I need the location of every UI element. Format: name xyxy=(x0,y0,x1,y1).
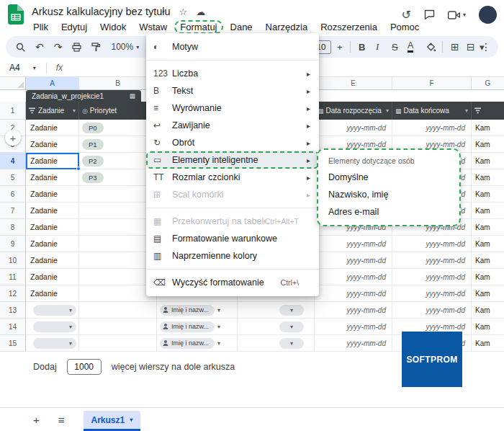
cell-owner[interactable]: Imię i nazw... ▾ xyxy=(157,319,238,335)
cell-extra[interactable]: Kam xyxy=(472,203,504,219)
document-title[interactable]: Arkusz kalkulacyjny bez tytułu xyxy=(32,6,171,17)
submenu-item[interactable]: Nazwisko, imię xyxy=(318,186,459,203)
format-menu-item[interactable]: ↻ Obrót ▸ xyxy=(146,134,319,151)
cell-extra[interactable]: Kam xyxy=(472,319,504,335)
row-header[interactable]: 1 xyxy=(0,102,26,120)
row-header[interactable]: 6 xyxy=(0,186,26,203)
toolbar-overflow-button[interactable]: ⋮ xyxy=(481,36,491,58)
cell-extra[interactable]: Kam xyxy=(472,153,504,169)
row-header[interactable]: 12 xyxy=(0,285,26,302)
priority-chip[interactable]: P2 xyxy=(82,156,104,166)
column-header-g[interactable]: G xyxy=(472,77,504,89)
redo-icon[interactable]: ↷ xyxy=(54,42,63,52)
cell-extra[interactable]: Kam xyxy=(472,169,504,186)
text-color-button[interactable]: A xyxy=(408,41,413,53)
font-size-increase-button[interactable]: + xyxy=(337,36,343,58)
format-menu-item[interactable]: ⊞ Scal komórki ▸ xyxy=(146,186,319,203)
row-header[interactable]: 7 xyxy=(0,203,26,219)
cell-extra[interactable]: Kam xyxy=(472,186,504,203)
meet-icon[interactable]: ▾ xyxy=(448,11,466,19)
cell-priority[interactable]: P0 xyxy=(79,120,157,136)
cell-end-date[interactable]: yyyy-mm-dd xyxy=(392,252,472,269)
cell-priority[interactable] xyxy=(79,319,157,335)
row-header[interactable]: 4 xyxy=(0,153,26,169)
bold-button[interactable]: B xyxy=(359,36,365,58)
cell-owner[interactable]: Imię i nazw... ▾ xyxy=(157,302,238,319)
row-header[interactable]: 14 xyxy=(0,319,26,335)
cell-start-date[interactable]: yyyy-mm-dd xyxy=(315,269,392,285)
cell-start-date[interactable]: yyyy-mm-dd xyxy=(315,335,392,352)
person-chip[interactable]: Imię i nazw... ▾ xyxy=(160,321,220,332)
format-menu-item[interactable] xyxy=(146,60,319,61)
table-col-header-extra[interactable] xyxy=(472,102,504,120)
row-header[interactable]: 15 xyxy=(0,335,26,352)
dropdown-chip[interactable]: ▾ xyxy=(279,321,304,332)
format-menu-item[interactable]: ↩ Zawijanie ▸ xyxy=(146,117,319,134)
all-sheets-button[interactable]: ≡ xyxy=(58,414,65,425)
cell-extra[interactable]: Kam xyxy=(472,285,504,302)
cell-task[interactable]: Zadanie ▾ xyxy=(26,252,79,269)
active-cell-selection[interactable] xyxy=(26,153,79,169)
column-header-a[interactable]: A xyxy=(26,77,79,89)
cell-priority[interactable]: P2 xyxy=(79,153,157,169)
cell-extra[interactable]: Kam xyxy=(472,120,504,136)
cell-task[interactable]: Zadanie ▾ xyxy=(26,169,79,186)
cell-start-date[interactable]: yyyy-mm-dd xyxy=(315,236,392,252)
menubar-item[interactable]: Narzędzia xyxy=(260,20,314,34)
cell-status[interactable]: ▾ xyxy=(238,319,315,335)
cell-status[interactable]: ▾ xyxy=(238,335,315,352)
cell-priority[interactable]: P1 xyxy=(79,136,157,153)
format-menu-item[interactable]: ▭ Elementy inteligentne ▸ xyxy=(146,151,319,169)
undo-icon[interactable]: ↶ xyxy=(35,42,44,52)
cell-task[interactable]: Zadanie ▾ xyxy=(26,203,79,219)
format-menu-item[interactable]: TT Rozmiar czcionki ▸ xyxy=(146,169,319,186)
cell-task[interactable]: Zadanie ▾ xyxy=(26,120,79,136)
select-all-corner[interactable] xyxy=(0,77,26,89)
cell-owner[interactable]: Imię i nazw... ▾ xyxy=(157,335,238,352)
dropdown-chip[interactable]: ▾ xyxy=(33,338,76,349)
menubar-item[interactable]: Dane xyxy=(225,20,258,34)
submenu-item[interactable]: Domyślne xyxy=(318,169,459,186)
cell-task[interactable]: ▾ xyxy=(26,302,79,319)
table-name-tab[interactable]: Zadania_w_projekcie1 ▦ xyxy=(26,90,141,102)
cell-task[interactable]: Zadanie ▾ xyxy=(26,269,79,285)
format-menu-item[interactable]: ◐ Motyw xyxy=(146,38,319,55)
priority-chip[interactable]: P0 xyxy=(82,123,104,133)
cell-priority[interactable] xyxy=(79,219,157,236)
cell-task[interactable]: Zadanie ▾ xyxy=(26,136,79,153)
cell-extra[interactable]: Kam xyxy=(472,252,504,269)
table-col-header-end[interactable]: ▦ Data końcowa ▾ xyxy=(392,102,472,120)
header-caret-icon[interactable]: ▾ xyxy=(386,107,389,114)
sheet-tab-caret-icon[interactable]: ▾ xyxy=(130,417,132,423)
cell-end-date[interactable]: yyyy-mm-dd xyxy=(392,269,472,285)
cell-start-date[interactable]: yyyy-mm-dd xyxy=(315,120,392,136)
menubar-item[interactable]: Rozszerzenia xyxy=(315,20,383,34)
cell-task[interactable]: Zadanie ▾ xyxy=(26,285,79,302)
star-icon[interactable]: ☆ xyxy=(179,7,188,17)
format-menu-item[interactable]: ⌫ Wyczyść formatowanie Ctrl+\ xyxy=(146,274,319,291)
row-header[interactable]: 11 xyxy=(0,269,26,285)
cell-priority[interactable] xyxy=(79,285,157,302)
name-box-caret-icon[interactable]: ▾ xyxy=(33,65,36,71)
header-caret-icon[interactable]: ▾ xyxy=(73,107,76,114)
menubar-item[interactable]: Plik xyxy=(27,20,54,34)
menubar-item[interactable]: Formatuj xyxy=(174,20,222,34)
strikethrough-button[interactable]: S xyxy=(392,36,398,58)
cell-end-date[interactable]: yyyy-mm-dd xyxy=(392,236,472,252)
cell-status[interactable]: ▾ xyxy=(238,302,315,319)
format-menu-item[interactable]: 123 Liczba ▸ xyxy=(146,65,319,82)
cell-end-date[interactable]: yyyy-mm-dd xyxy=(392,285,472,302)
cell-extra[interactable]: Kam xyxy=(472,136,504,153)
fill-handle[interactable] xyxy=(76,166,81,171)
cell-extra[interactable]: Kam xyxy=(472,269,504,285)
dropdown-chip[interactable]: ▾ xyxy=(279,305,304,316)
format-menu-item[interactable]: ≡ Wyrównanie ▸ xyxy=(146,99,319,117)
cell-start-date[interactable]: yyyy-mm-dd xyxy=(315,285,392,302)
menubar-item[interactable]: Wstaw xyxy=(133,20,173,34)
name-box[interactable]: A4 xyxy=(9,63,20,73)
cell-task[interactable]: Zadanie ▾ xyxy=(26,219,79,236)
cell-start-date[interactable]: yyyy-mm-dd xyxy=(315,252,392,269)
person-chip[interactable]: Imię i nazw... ▾ xyxy=(160,305,220,316)
cell-priority[interactable] xyxy=(79,252,157,269)
zoom-select[interactable]: 100% ▾ xyxy=(111,42,139,52)
